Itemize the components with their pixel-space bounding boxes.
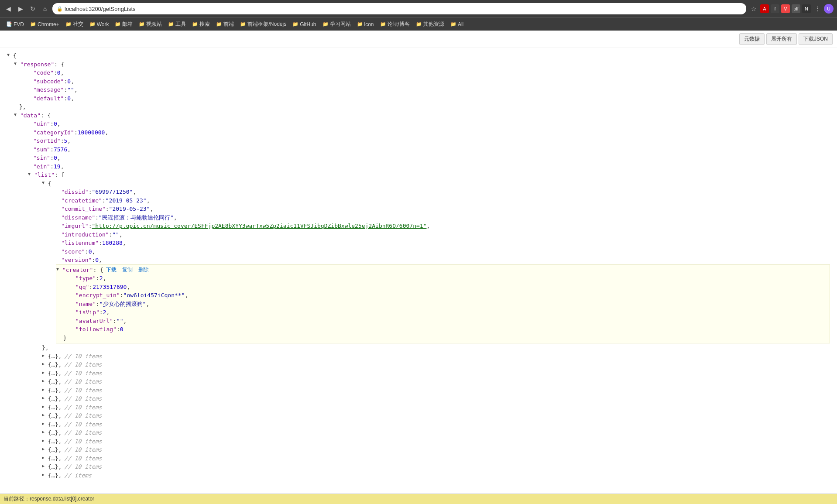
collapsed-item-1: ▶ {…},// 10 items [42,352,830,361]
collapsed-item-2: ▶ {…},// 10 items [42,360,830,369]
creator-open-line: ▼ "creator": { 下载 复制 删除 [56,266,830,274]
menu-icon[interactable]: ⋮ [813,4,822,14]
bookmark-search-label: 搜索 [199,21,210,28]
collapsed-toggle-11[interactable]: ▶ [42,437,47,444]
bookmark-nodejs[interactable]: 📁 前端框架/Nodejs [237,20,289,29]
bookmark-folder-icon-14: 📁 [416,21,422,27]
creator-close: } [63,334,830,343]
imgurl-line: "imgurl": "http://p.qpic.cn/music_cover/… [56,222,830,230]
ext1-icon[interactable]: A [760,4,769,13]
browser-chrome: ◀ ▶ ↻ ⌂ 🔒 localhost:3200/getSongLists ☆ … [0,0,837,31]
bookmark-all[interactable]: 📁 All [448,21,466,28]
ext3-icon[interactable]: V [781,4,790,13]
introduction-line: "introduction": "", [56,230,830,239]
forward-button[interactable]: ▶ [16,4,25,14]
ext2-icon[interactable]: f [771,4,779,13]
raw-data-button[interactable]: 元数据 [739,33,765,45]
bookmark-video[interactable]: 📁 视频站 [136,20,165,29]
bookmark-mail[interactable]: 📁 邮箱 [112,20,135,29]
collapsed-toggle-4[interactable]: ▶ [42,377,47,384]
star-icon[interactable]: ☆ [749,4,758,14]
collapsed-toggle-8[interactable]: ▶ [42,411,47,418]
bookmark-folder-icon-10: 📁 [292,21,298,27]
bookmark-learning[interactable]: 📁 学习网站 [320,20,353,29]
list-item-toggle[interactable]: ▼ [42,179,47,186]
listennum-line: "listennum": 180288, [56,239,830,247]
bookmark-other-label: 其他资源 [423,21,444,28]
creator-actions: 下载 复制 删除 [103,266,149,274]
sin-line: "sin": 0, [28,154,830,162]
address-bar[interactable]: 🔒 localhost:3200/getSongLists [52,3,746,14]
bookmark-tools[interactable]: 📁 工具 [165,20,189,29]
sortid-line: "sortId": 5, [28,137,830,145]
bookmark-folder-icon-6: 📁 [168,21,174,27]
bookmark-fvd[interactable]: 📑 FVD [3,21,27,28]
toolbar-right: ☆ A f V off N ⋮ U [749,4,834,14]
refresh-button[interactable]: ↻ [28,4,38,14]
ext5-icon[interactable]: N [802,4,811,13]
categoryid-line: "categoryId": 10000000, [28,128,830,137]
collapsed-toggle-3[interactable]: ▶ [42,369,47,376]
creator-avatarurl-line: "avatarUrl": "", [70,317,830,326]
creator-encrypt-line: "encrypt_uin": "ow6loi457iCqon**", [70,291,830,300]
collapsed-toggle-15[interactable]: ▶ [42,471,47,478]
bookmark-folder-icon-4: 📁 [115,21,121,27]
expand-all-button[interactable]: 展开所有 [766,33,797,45]
bookmark-social[interactable]: 📁 社交 [63,20,86,29]
status-text: 当前路径：response.data.list[0].creator [3,496,94,502]
list-line: ▼ "list": [ [28,171,830,179]
list-toggle[interactable]: ▼ [28,171,33,177]
collapsed-item-3: ▶ {…},// 10 items [42,369,830,378]
collapsed-toggle-14[interactable]: ▶ [42,463,47,469]
bookmark-all-label: All [458,21,463,27]
bookmark-work[interactable]: 📁 Work [87,21,112,28]
bookmark-folder-icon-7: 📁 [192,21,198,27]
bookmark-other[interactable]: 📁 其他资源 [413,20,447,29]
response-toggle[interactable]: ▼ [14,60,19,67]
collapsed-toggle-13[interactable]: ▶ [42,454,47,461]
delete-action[interactable]: 删除 [138,267,149,273]
bookmark-icon[interactable]: 📁 icon [354,21,377,28]
creator-toggle[interactable]: ▼ [56,266,62,272]
home-button[interactable]: ⌂ [40,4,50,14]
imgurl-value[interactable]: "http://p.qpic.cn/music_cover/ESFFjp2AE8… [92,222,426,230]
bookmark-frontend-label: 前端 [223,21,234,28]
download-action[interactable]: 下载 [106,267,117,273]
collapsed-toggle-7[interactable]: ▶ [42,403,47,410]
back-button[interactable]: ◀ [3,4,13,14]
creator-isvip-line: "isVip": 2, [70,308,830,317]
ext4-icon[interactable]: off [792,4,800,13]
bookmark-chrome-plus-label: Chrome+ [38,21,59,27]
bookmark-folder-icon-11: 📁 [322,21,329,27]
dissid-line: "dissid": "6999771250", [56,188,830,196]
collapsed-toggle-12[interactable]: ▶ [42,446,47,452]
dissname-line: "dissname": "民谣摇滚：与鲍勃迪伦同行", [56,213,830,222]
bookmark-folder-icon-12: 📁 [357,21,363,27]
root-open: ▼ { [7,51,830,60]
bookmark-search[interactable]: 📁 搜索 [189,20,213,29]
root-toggle[interactable]: ▼ [7,51,12,58]
profile-avatar[interactable]: U [824,4,834,14]
collapsed-toggle-10[interactable]: ▶ [42,429,47,435]
download-json-button[interactable]: 下载JSON [799,33,833,45]
collapsed-toggle-5[interactable]: ▶ [42,386,47,393]
version-line: "version": 0, [56,256,830,264]
collapsed-item-9: ▶ {…},// 10 items [42,420,830,429]
json-toolbar: 元数据 展开所有 下载JSON [0,31,837,48]
bookmark-folder-icon-5: 📁 [139,21,145,27]
collapsed-toggle-9[interactable]: ▶ [42,420,47,427]
collapsed-toggle-6[interactable]: ▶ [42,394,47,401]
collapsed-item-13: ▶ {…},// 10 items [42,454,830,463]
collapsed-toggle-2[interactable]: ▶ [42,360,47,367]
createtime-line: "createtime": "2019-05-23", [56,196,830,205]
creator-block: ▼ "creator": { 下载 复制 删除 "type": 2, "qq":… [56,264,830,344]
ein-line: "ein": 19, [28,162,830,171]
copy-action[interactable]: 复制 [122,267,133,273]
bookmark-chrome-plus[interactable]: 📁 Chrome+ [27,21,62,28]
bookmark-github[interactable]: 📁 GitHub [290,21,319,28]
data-toggle[interactable]: ▼ [14,111,19,118]
collapsed-toggle-1[interactable]: ▶ [42,352,47,359]
bookmark-frontend[interactable]: 📁 前端 [213,20,237,29]
default-line: "default": 0, [28,94,830,103]
bookmark-forum[interactable]: 📁 论坛/博客 [377,20,412,29]
